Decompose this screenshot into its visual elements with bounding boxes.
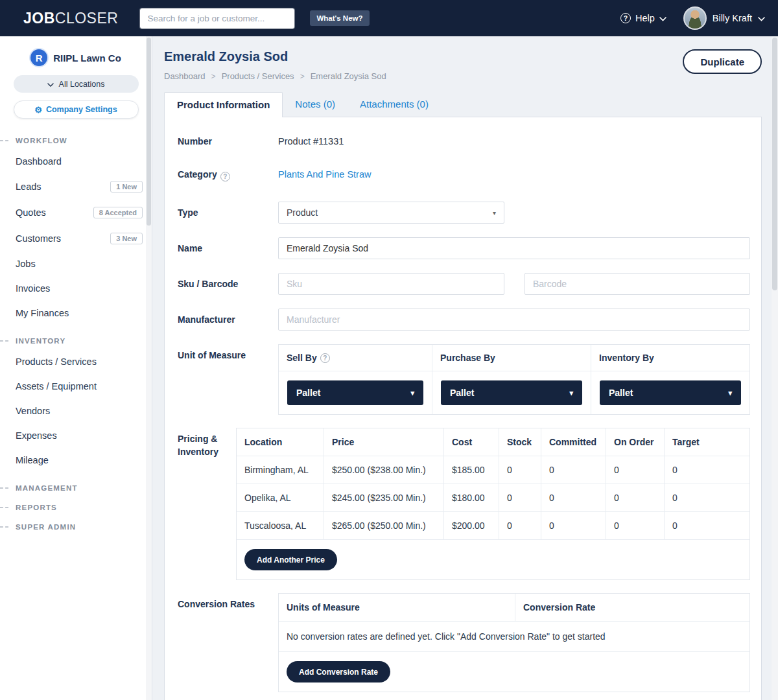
pricing-inventory-label: Pricing & Inventory (178, 428, 236, 580)
location-link[interactable]: Opelika, AL (237, 484, 324, 512)
conversion-rates-table: Units of Measure Conversion Rate No conv… (278, 593, 750, 692)
nav-section-management[interactable]: MANAGEMENT (0, 484, 152, 492)
sidebar-scrollbar-thumb[interactable] (147, 38, 151, 226)
col-location: Location (237, 428, 324, 456)
col-cost: Cost (444, 428, 499, 456)
type-value: Product (287, 207, 318, 218)
help-menu[interactable]: ? Help (620, 13, 666, 23)
company-header[interactable]: R RIIPL Lawn Co (0, 49, 152, 66)
manufacturer-label: Manufacturer (178, 309, 278, 331)
locations-label: All Locations (59, 80, 105, 89)
sidebar-item-mileage[interactable]: Mileage (0, 448, 152, 472)
unit-of-measure-row: Unit of Measure Sell By? Purchase By Inv… (178, 344, 750, 415)
tab-product-information[interactable]: Product Information (164, 92, 283, 117)
purchase-by-select[interactable]: Pallet▾ (441, 380, 582, 405)
sidebar-item-jobs[interactable]: Jobs (0, 251, 152, 276)
tab-attachments[interactable]: Attachments (0) (348, 92, 441, 117)
add-another-price-button[interactable]: Add Another Price (244, 549, 337, 570)
sidebar-item-my-finances[interactable]: My Finances (0, 301, 152, 325)
conversion-empty-state: No conversion rates are defined yet. Cli… (279, 622, 749, 652)
chevron-down-icon (659, 13, 666, 23)
product-information-panel: Number Product #11331 Category? Plants A… (164, 117, 762, 700)
barcode-input[interactable] (525, 273, 750, 295)
nav-section-inventory[interactable]: INVENTORY (0, 337, 152, 345)
sidebar-item-products-services[interactable]: Products / Services (0, 349, 152, 374)
nav-section-reports[interactable]: REPORTS (0, 504, 152, 511)
sidebar-scrollbar[interactable] (146, 36, 152, 700)
pricing-header-row: Location Price Cost Stock Committed On O… (237, 428, 749, 456)
name-label: Name (178, 237, 278, 259)
category-row: Category? Plants And Pine Straw (178, 169, 750, 182)
sidebar-item-expenses[interactable]: Expenses (0, 423, 152, 448)
type-select[interactable]: Product ▾ (278, 202, 504, 224)
col-on-order: On Order (606, 428, 665, 456)
add-conversion-rate-button[interactable]: Add Conversion Rate (287, 661, 390, 682)
gear-icon: ⚙ (34, 105, 42, 115)
user-menu[interactable]: Billy Kraft (683, 6, 765, 30)
breadcrumb: Dashboard Products / Services Emerald Zo… (164, 71, 762, 81)
col-conversion-rate: Conversion Rate (515, 594, 749, 621)
company-name: RIIPL Lawn Co (53, 52, 121, 64)
sidebar-item-dashboard[interactable]: Dashboard (0, 149, 152, 174)
committed-cell: 0 (541, 512, 606, 540)
search-input[interactable] (140, 8, 294, 29)
caret-down-icon: ▾ (569, 389, 573, 397)
target-cell: 0 (665, 484, 749, 512)
breadcrumb-dashboard[interactable]: Dashboard (164, 71, 206, 81)
cost-cell: $185.00 (444, 456, 499, 484)
price-cell: $250.00 ($238.00 Min.) (324, 456, 444, 484)
locations-dropdown[interactable]: All Locations (14, 75, 139, 93)
name-input[interactable] (278, 237, 750, 259)
sidebar: R RIIPL Lawn Co All Locations ⚙ Company … (0, 36, 152, 700)
manufacturer-input[interactable] (278, 309, 750, 331)
location-link[interactable]: Birmingham, AL (237, 456, 324, 484)
customers-badge: 3 New (110, 233, 143, 244)
chevron-down-icon (758, 13, 765, 23)
user-avatar (683, 6, 707, 30)
page-scrollbar[interactable] (772, 36, 778, 700)
cost-cell: $200.00 (444, 512, 499, 540)
inventory-by-select[interactable]: Pallet▾ (600, 380, 741, 405)
caret-down-icon: ▾ (410, 389, 414, 397)
target-cell: 0 (665, 512, 749, 540)
committed-cell: 0 (541, 456, 606, 484)
sidebar-item-leads[interactable]: Leads1 New (0, 174, 152, 200)
conversion-rates-row: Conversion Rates Units of Measure Conver… (178, 593, 750, 692)
help-icon[interactable]: ? (220, 172, 230, 181)
sidebar-item-vendors[interactable]: Vendors (0, 399, 152, 423)
product-number-value: Product #11331 (278, 136, 344, 146)
sidebar-item-customers[interactable]: Customers3 New (0, 226, 152, 251)
pricing-table: Location Price Cost Stock Committed On O… (236, 428, 750, 580)
on-order-cell: 0 (606, 484, 665, 512)
type-row: Type Product ▾ (178, 202, 750, 224)
nav-section-super-admin[interactable]: SUPER ADMIN (0, 523, 152, 531)
sell-by-select[interactable]: Pallet▾ (287, 380, 423, 405)
sidebar-item-quotes[interactable]: Quotes8 Accepted (0, 200, 152, 226)
topbar: JOBCLOSER What's New? ? Help Billy Kraft (0, 0, 778, 36)
col-stock: Stock (499, 428, 541, 456)
category-link[interactable]: Plants And Pine Straw (278, 169, 371, 180)
whats-new-button[interactable]: What's New? (310, 10, 369, 26)
col-committed: Committed (541, 428, 606, 456)
app-logo[interactable]: JOBCLOSER (23, 10, 118, 27)
company-logo: R (30, 49, 47, 66)
breadcrumb-products-services[interactable]: Products / Services (206, 71, 294, 81)
conversion-rates-label: Conversion Rates (178, 593, 278, 692)
sku-barcode-label: Sku / Barcode (178, 273, 278, 295)
duplicate-button[interactable]: Duplicate (683, 49, 762, 74)
committed-cell: 0 (541, 484, 606, 512)
company-settings-button[interactable]: ⚙ Company Settings (14, 100, 139, 119)
target-cell: 0 (665, 456, 749, 484)
location-link[interactable]: Tuscaloosa, AL (237, 512, 324, 540)
page-scrollbar-thumb[interactable] (772, 38, 777, 290)
sidebar-item-assets-equipment[interactable]: Assets / Equipment (0, 374, 152, 399)
on-order-cell: 0 (606, 512, 665, 540)
help-icon[interactable]: ? (320, 353, 330, 363)
sidebar-item-invoices[interactable]: Invoices (0, 276, 152, 301)
nav-section-workflow[interactable]: WORKFLOW (0, 137, 152, 145)
sku-input[interactable] (278, 273, 504, 295)
stock-cell: 0 (499, 484, 541, 512)
tab-notes[interactable]: Notes (0) (283, 92, 348, 117)
number-label: Number (178, 135, 278, 148)
manufacturer-row: Manufacturer (178, 309, 750, 331)
